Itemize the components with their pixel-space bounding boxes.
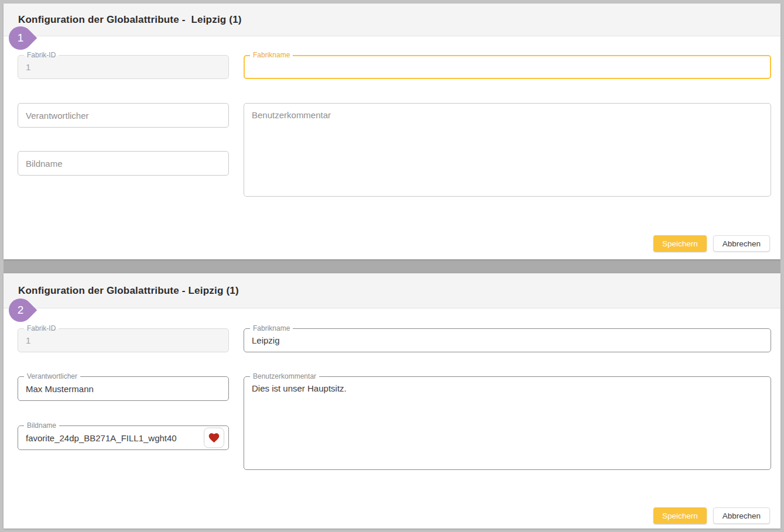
bildname-placeholder: Bildname (26, 152, 222, 175)
benutzerkommentar-placeholder: Benutzerkommentar (252, 104, 765, 196)
abbrechen-button[interactable]: Abbrechen (713, 507, 770, 524)
fabrikname-field[interactable]: Fabrikname Leipzig (244, 328, 771, 352)
speichern-button[interactable]: Speichern (653, 235, 707, 252)
verantwortlicher-field[interactable]: Verantwortlicher Max Mustermann (18, 376, 229, 401)
fabrik-id-value: 1 (26, 56, 222, 78)
bildname-value: favorite_24dp_BB271A_FILL1_wght40 (26, 426, 199, 449)
globalattribute-config-panel-step2: Konfiguration der Globalattribute - Leip… (4, 273, 780, 528)
verantwortlicher-field[interactable]: Verantwortlicher (18, 103, 229, 128)
step-badge-1: 1 (4, 22, 37, 55)
fabrik-id-field: Fabrik-ID 1 (18, 55, 229, 79)
step-badge-number: 1 (9, 26, 32, 50)
screenshot-root: Konfiguration der Globalattribute - Leip… (0, 0, 784, 532)
benutzerkommentar-field[interactable]: Benutzerkommentar Dies ist unser Hauptsi… (244, 376, 771, 470)
page-title: Konfiguration der Globalattribute - Leip… (18, 285, 239, 297)
bildname-field[interactable]: Bildname (18, 151, 229, 176)
abbrechen-button[interactable]: Abbrechen (713, 235, 770, 252)
bildname-icon-preview[interactable] (204, 428, 224, 448)
fabrikname-value: Leipzig (252, 329, 765, 352)
panel-divider (4, 259, 780, 273)
speichern-button[interactable]: Speichern (653, 507, 707, 524)
bildname-field[interactable]: Bildname favorite_24dp_BB271A_FILL1_wght… (18, 425, 229, 450)
action-buttons: Speichern Abbrechen (653, 235, 770, 252)
heart-icon (208, 432, 220, 444)
fabrik-id-value: 1 (26, 329, 222, 352)
panel-header: Konfiguration der Globalattribute - Leip… (4, 273, 780, 308)
page-title: Konfiguration der Globalattribute - Leip… (18, 14, 242, 26)
benutzerkommentar-field[interactable]: Benutzerkommentar (244, 103, 771, 197)
action-buttons: Speichern Abbrechen (653, 507, 770, 524)
fabrikname-value (252, 56, 764, 78)
globalattribute-config-panel-step1: Konfiguration der Globalattribute - Leip… (4, 4, 780, 259)
step-badge-2: 2 (4, 294, 37, 327)
benutzerkommentar-value: Dies ist unser Hauptsitz. (252, 377, 765, 469)
fabrikname-field[interactable]: Fabrikname (244, 55, 771, 79)
step-badge-number: 2 (9, 298, 32, 322)
panel-header: Konfiguration der Globalattribute - Leip… (4, 4, 780, 36)
verantwortlicher-value: Max Mustermann (26, 377, 222, 400)
fabrik-id-field: Fabrik-ID 1 (18, 328, 229, 352)
verantwortlicher-placeholder: Verantwortlicher (26, 104, 222, 127)
